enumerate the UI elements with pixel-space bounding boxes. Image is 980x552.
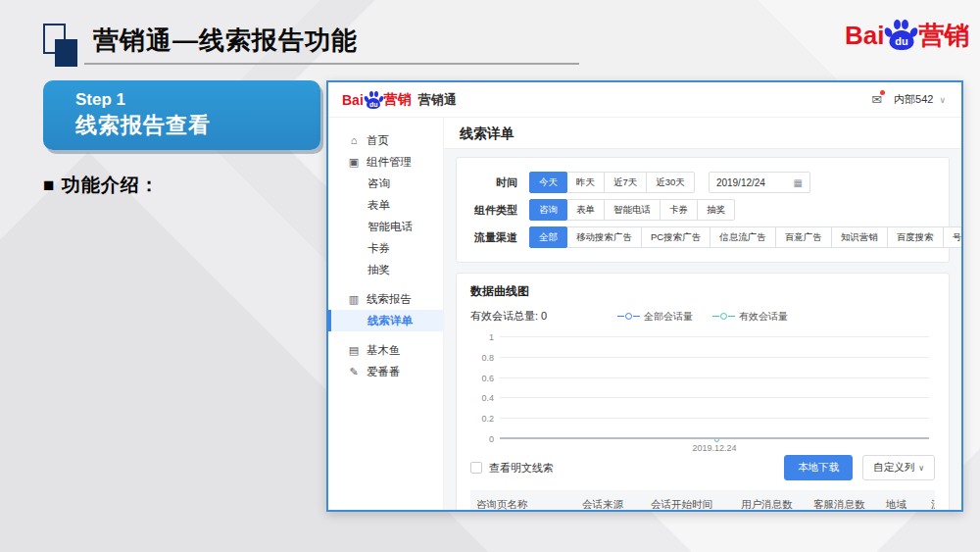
user-account[interactable]: 内部542 — [894, 92, 933, 107]
chart-gridline — [500, 357, 929, 358]
legend-item[interactable]: 全部会话量 — [617, 310, 693, 324]
local-download-button[interactable]: 本地下载 — [784, 455, 853, 480]
checkbox-label: 查看明文线索 — [489, 461, 554, 476]
date-picker[interactable]: 2019/12/24▦ — [709, 172, 810, 193]
sidebar-item-label: 咨询 — [368, 176, 390, 191]
sidebar-item-aifanfan[interactable]: ✎爱番番 — [328, 361, 443, 382]
sidebar-item-label: 表单 — [368, 198, 390, 213]
sidebar-item-lottery[interactable]: 抽奖 — [328, 259, 443, 280]
legend-item[interactable]: 有效会话量 — [712, 310, 788, 324]
filter-options: 今天昨天近7天近30天 — [529, 172, 695, 193]
legend-circle-icon — [625, 313, 632, 320]
jimuyu-icon: ▤ — [346, 344, 362, 357]
sidebar-item-label: 智能电话 — [368, 220, 413, 234]
chart-gridline — [500, 397, 929, 398]
filter-option[interactable]: 知识营销 — [831, 226, 888, 248]
sidebar-item-smart-phone[interactable]: 智能电话 — [328, 216, 443, 237]
legend-circle-icon — [720, 313, 727, 320]
filter-panel: 时间今天昨天近7天近30天2019/12/24▦组件类型咨询表单智能电话卡券抽奖… — [456, 157, 950, 263]
checkbox-box[interactable] — [470, 462, 482, 474]
sidebar-item-components[interactable]: ▣组件管理 — [328, 151, 443, 173]
brand-bai-text: Bai — [845, 21, 884, 50]
sidebar-item-jimuyu[interactable]: ▤基木鱼 — [328, 339, 443, 361]
chart-title: 数据曲线图 — [470, 283, 935, 300]
step-label: Step 1 — [75, 90, 320, 110]
filter-option[interactable]: 近7天 — [604, 172, 647, 193]
sidebar-item-label: 爱番番 — [367, 365, 401, 379]
filter-option[interactable]: 百度搜索 — [887, 226, 944, 248]
chart-panel: 数据曲线图 有效会话总量: 0 全部会话量有效会话量 2019.12.24 00… — [456, 273, 950, 510]
app-header-right: ✉ 内部542 ∨ — [871, 92, 946, 107]
chevron-down-icon: ∨ — [918, 464, 924, 473]
sidebar-item-consult[interactable]: 咨询 — [328, 173, 443, 194]
filter-option[interactable]: 信息流广告 — [710, 226, 776, 248]
filter-option[interactable]: 抽奖 — [697, 199, 735, 221]
sidebar-item-lead-report[interactable]: ▥线索报告 — [328, 288, 443, 310]
notification-badge — [880, 90, 885, 95]
filter-option[interactable]: 百意广告 — [775, 226, 832, 248]
legend-line-icon — [633, 316, 640, 317]
baidu-paw-icon: du — [885, 19, 917, 50]
sidebar-item-label: 线索详单 — [368, 314, 413, 328]
filter-option[interactable]: 移动搜索广告 — [566, 226, 642, 248]
filter-row: 时间今天昨天近7天近30天2019/12/24▦ — [468, 172, 937, 193]
y-axis-tick: 0.4 — [481, 393, 494, 403]
calendar-icon: ▦ — [793, 177, 802, 188]
chart-gridline — [500, 377, 929, 378]
chart-gridline — [500, 418, 929, 419]
table-header-row: 咨询页名称会话来源会话开始时间用户消息数客服消息数地域流量渠道 — [470, 490, 935, 510]
feature-intro: ■ 功能介绍： — [43, 173, 332, 212]
filter-option[interactable]: 全部 — [529, 226, 567, 248]
filter-option[interactable]: 智能电话 — [604, 199, 661, 221]
filter-option[interactable]: 号内流量 — [943, 226, 961, 248]
filter-row: 组件类型咨询表单智能电话卡券抽奖 — [468, 199, 937, 221]
filter-option[interactable]: 今天 — [529, 172, 567, 193]
plaintext-leads-checkbox[interactable]: 查看明文线索 — [470, 461, 554, 476]
table-column-header: 会话来源 — [576, 498, 645, 510]
filter-option[interactable]: 昨天 — [566, 172, 605, 193]
x-axis-label: 2019.12.24 — [692, 443, 736, 453]
sidebar-item-form[interactable]: 表单 — [328, 194, 443, 216]
filter-option[interactable]: 近30天 — [646, 172, 695, 193]
sidebar-item-label: 基木鱼 — [367, 343, 401, 358]
legend-line-icon — [712, 316, 719, 317]
y-axis-tick: 0.6 — [481, 374, 494, 383]
table-column-header: 客服消息数 — [808, 498, 880, 510]
filter-options: 咨询表单智能电话卡券抽奖 — [529, 199, 735, 221]
brand-du-text: du — [895, 35, 907, 47]
app-logo-suffix-text: 营销 — [384, 91, 412, 109]
table-column-header: 会话开始时间 — [645, 498, 735, 510]
table-column-header: 咨询页名称 — [470, 498, 576, 510]
filter-label: 组件类型 — [468, 203, 517, 218]
filter-option[interactable]: 咨询 — [529, 199, 567, 221]
y-axis-tick: 1 — [489, 332, 494, 342]
app-body: ⌂首页▣组件管理咨询表单智能电话卡券抽奖▥线索报告线索详单▤基木鱼✎爱番番 线索… — [328, 118, 961, 510]
legend-label: 全部会话量 — [644, 310, 693, 324]
sidebar: ⌂首页▣组件管理咨询表单智能电话卡券抽奖▥线索报告线索详单▤基木鱼✎爱番番 — [328, 118, 444, 510]
table-column-header: 流量渠道 — [925, 498, 935, 510]
mail-icon[interactable]: ✉ — [871, 92, 882, 107]
toolbar-buttons: 本地下载 自定义列∨ — [784, 455, 935, 480]
sidebar-item-lead-detail[interactable]: 线索详单 — [328, 310, 443, 331]
app-logo: Bai du 营销 营销通 — [342, 91, 457, 109]
chart-gridline — [500, 336, 929, 337]
y-axis-tick: 0.2 — [481, 414, 494, 424]
main-content: 线索详单 时间今天昨天近7天近30天2019/12/24▦组件类型咨询表单智能电… — [444, 118, 961, 510]
chart-meta: 有效会话总量: 0 全部会话量有效会话量 — [470, 309, 935, 324]
content-area: 时间今天昨天近7天近30天2019/12/24▦组件类型咨询表单智能电话卡券抽奖… — [444, 149, 961, 510]
app-header: Bai du 营销 营销通 ✉ 内部542 ∨ — [328, 82, 961, 118]
filter-option[interactable]: 表单 — [566, 199, 605, 221]
filter-label: 流量渠道 — [468, 230, 517, 245]
sidebar-item-home[interactable]: ⌂首页 — [328, 129, 443, 151]
legend-line-icon — [728, 316, 735, 317]
y-axis-tick: 0.8 — [481, 353, 494, 363]
filter-option[interactable]: PC搜索广告 — [641, 226, 710, 248]
custom-columns-button[interactable]: 自定义列∨ — [862, 455, 935, 480]
app-product-name: 营销通 — [418, 91, 457, 109]
title-underline — [84, 63, 579, 65]
app-logo-bai-text: Bai — [342, 92, 364, 108]
baidu-marketing-logo: Bai du 营销 — [845, 19, 969, 50]
slide-title: 营销通—线索报告功能 — [93, 24, 358, 58]
filter-option[interactable]: 卡券 — [660, 199, 698, 221]
sidebar-item-coupon[interactable]: 卡券 — [328, 237, 443, 259]
